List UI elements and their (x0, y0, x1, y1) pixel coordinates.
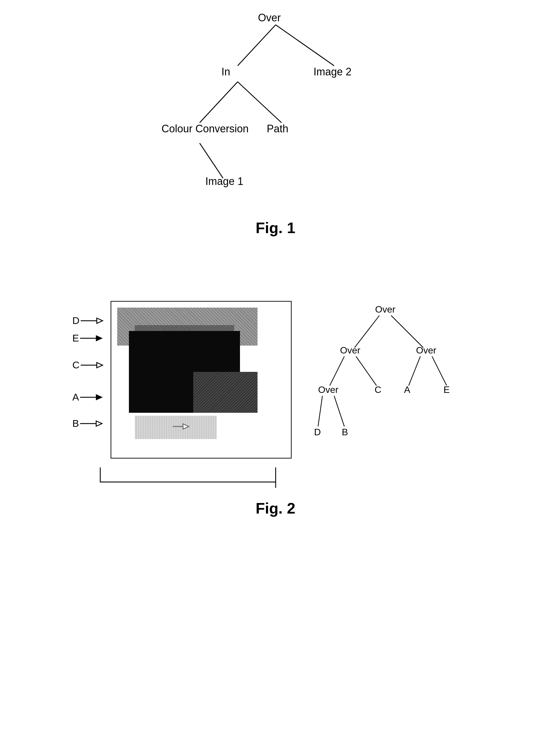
layer-B (135, 416, 216, 439)
fig1-tree: Over In Image 2 Colour Conversion Path I… (144, 9, 407, 213)
svg-text:Over: Over (375, 304, 396, 315)
svg-text:Over: Over (318, 384, 339, 395)
svg-line-3 (238, 82, 282, 123)
svg-text:Over: Over (340, 345, 361, 356)
svg-line-19 (391, 315, 423, 348)
svg-line-31 (334, 396, 344, 426)
node-image1: Image 1 (205, 175, 243, 188)
label-E: E (72, 332, 104, 344)
svg-text:C: C (375, 384, 381, 395)
svg-marker-12 (96, 395, 102, 400)
fig2-tree: Over Over Over Over C (309, 301, 479, 459)
svg-marker-8 (96, 336, 102, 341)
svg-line-23 (356, 356, 377, 386)
svg-marker-16 (183, 424, 189, 429)
svg-line-2 (200, 82, 238, 123)
svg-line-22 (330, 356, 344, 386)
bracket-svg (71, 464, 480, 488)
fig1-tree-lines (144, 9, 407, 213)
node-colour-conversion: Colour Conversion (162, 123, 249, 135)
fig1-container: Over In Image 2 Colour Conversion Path I… (0, 9, 551, 237)
label-B: B (72, 418, 104, 429)
layer-A (193, 372, 257, 413)
fig2-content: D E C (27, 301, 524, 459)
svg-text:B: B (342, 427, 348, 437)
svg-line-18 (355, 315, 380, 348)
image-box (110, 301, 292, 459)
fig2-tree-svg: Over Over Over Over C (309, 301, 473, 459)
svg-marker-14 (96, 421, 102, 426)
node-in: In (221, 66, 230, 78)
label-D: D (72, 315, 104, 326)
node-path: Path (267, 123, 289, 135)
fig2-label: Fig. 2 (256, 500, 296, 517)
svg-line-24 (409, 356, 420, 386)
fig2-container: D E C (0, 301, 551, 517)
svg-text:D: D (314, 427, 321, 437)
svg-line-30 (318, 396, 323, 426)
bracket (71, 464, 480, 488)
svg-line-1 (276, 25, 334, 66)
svg-text:A: A (404, 384, 410, 395)
svg-line-25 (432, 356, 447, 386)
label-A: A (72, 391, 104, 403)
label-C: C (72, 359, 104, 371)
svg-marker-10 (97, 363, 103, 368)
node-image2: Image 2 (314, 66, 352, 78)
svg-line-4 (200, 143, 223, 178)
node-over: Over (258, 12, 281, 24)
svg-text:Over: Over (416, 345, 436, 356)
svg-marker-6 (97, 318, 103, 323)
svg-line-0 (238, 25, 276, 66)
composite-area: D E C (72, 301, 292, 459)
fig1-label: Fig. 1 (256, 219, 296, 237)
svg-text:E: E (443, 384, 450, 395)
